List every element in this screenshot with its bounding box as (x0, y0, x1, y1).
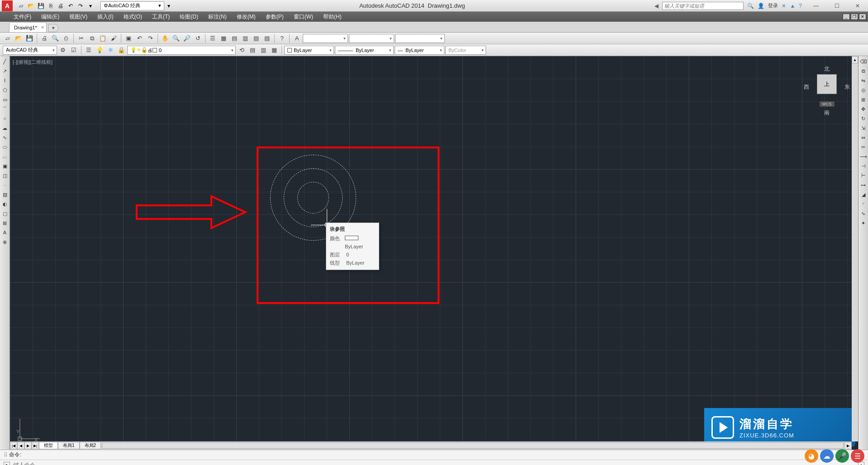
tab-prev-icon[interactable]: ◀ (17, 442, 24, 449)
menu-file[interactable]: 文件(F) (9, 12, 36, 22)
markup-icon[interactable]: ▧ (251, 33, 261, 43)
menu-edit[interactable]: 编辑(E) (37, 12, 64, 22)
viewcube-top[interactable]: 上 (817, 74, 837, 94)
cmdline-handle-icon[interactable]: ⠿ (4, 452, 9, 458)
save-file-icon[interactable]: 💾 (24, 33, 34, 43)
scroll-up-icon[interactable]: ▲ (852, 56, 858, 63)
zoom-realtime-icon[interactable]: 🔍 (171, 33, 181, 43)
search-input[interactable] (662, 2, 744, 10)
table-icon[interactable]: ⊞ (0, 218, 10, 228)
tab-first-icon[interactable]: |◀ (10, 442, 17, 449)
addselected-icon[interactable]: ⊕ (0, 237, 10, 247)
construction-line-icon[interactable]: ↗ (0, 66, 10, 76)
layer-iso-icon[interactable]: ▥ (258, 45, 268, 55)
layout2-tab[interactable]: 布局2 (80, 442, 101, 449)
undo-icon2[interactable]: ↶ (134, 33, 144, 43)
ellipse-arc-icon[interactable]: ⌓ (0, 152, 10, 161)
menu-insert[interactable]: 插入(I) (93, 12, 118, 22)
workspace-menu-icon[interactable]: ▾ (164, 1, 173, 10)
point-icon[interactable]: · (0, 180, 10, 190)
mtext-icon[interactable]: A (0, 228, 10, 237)
scale-icon[interactable]: ⇲ (859, 123, 868, 133)
copy-obj-icon[interactable]: ⧉ (859, 66, 868, 76)
sheet-set-icon[interactable]: ▥ (240, 33, 250, 43)
move-icon[interactable]: ✥ (859, 104, 868, 114)
polygon-icon[interactable]: ⬠ (0, 85, 10, 95)
match-props-icon[interactable]: 🖌 (109, 33, 119, 43)
menu-modify[interactable]: 修改(M) (232, 12, 260, 22)
user-icon[interactable]: 👤 (758, 3, 764, 9)
model-tab[interactable]: 模型 (39, 442, 58, 449)
insert-block-icon[interactable]: ▣ (0, 161, 10, 171)
new-file-icon[interactable]: ▱ (3, 33, 13, 43)
polyline-icon[interactable]: ⌇ (0, 76, 10, 85)
layer-lock-icon[interactable]: 🔒 (116, 45, 126, 55)
plot-icon[interactable]: 🖨 (56, 1, 65, 10)
zoom-previous-icon[interactable]: ↺ (193, 33, 203, 43)
saveas-icon[interactable]: ⎘ (46, 1, 55, 10)
minimize-button[interactable]: — (806, 0, 826, 12)
workspace-save-icon[interactable]: ☑ (69, 45, 79, 55)
tab-next-icon[interactable]: ▶ (24, 442, 32, 449)
cmdline-recent-icon[interactable]: ▸ (4, 462, 10, 465)
arrow-left-icon[interactable]: ◀ (654, 3, 658, 9)
document-tab[interactable]: Drawing1* ✕ (9, 22, 47, 32)
line-icon[interactable]: ╱ (0, 57, 10, 66)
workspace-settings-icon[interactable]: ⚙ (58, 45, 68, 55)
wcs-label[interactable]: WCS (820, 101, 835, 107)
fillet-icon[interactable]: ◜ (859, 199, 868, 209)
menu-window[interactable]: 窗口(W) (289, 12, 318, 22)
new-tab-button[interactable]: + (48, 24, 58, 32)
viewport-label[interactable]: [-][俯视][二维线框] (13, 59, 52, 66)
layer-match-icon[interactable]: ▦ (269, 45, 279, 55)
undo-icon[interactable]: ↶ (66, 1, 75, 10)
extend-icon[interactable]: ⟶ (859, 152, 868, 161)
linetype-dropdown[interactable]: ———ByLayer (335, 46, 394, 55)
layer-previous-icon[interactable]: ⟲ (237, 45, 247, 55)
properties-icon[interactable]: ☰ (208, 33, 218, 43)
help-icon2[interactable]: ? (277, 33, 287, 43)
mdi-restore[interactable]: ❐ (851, 14, 858, 20)
stretch-icon[interactable]: ⇔ (859, 133, 868, 142)
quickcalc-icon[interactable]: ▨ (262, 33, 272, 43)
layer-state-icon[interactable]: ▤ (248, 45, 258, 55)
workspace-switcher[interactable]: ⚙ AutoCAD 经典 ▾ (100, 1, 164, 10)
spline-icon[interactable]: ∿ (0, 133, 10, 142)
publish-icon[interactable]: ⎙ (61, 33, 71, 43)
drawing-canvas[interactable]: [-][俯视][二维线框] 块参照 颜色ByLayer 图层0 线型ByLaye… (10, 56, 858, 450)
scrollbar-v[interactable]: ▲ (852, 56, 858, 441)
tab-close-icon[interactable]: ✕ (41, 25, 44, 30)
region-icon[interactable]: ▢ (0, 209, 10, 218)
autodesk-icon[interactable]: ▲ (790, 3, 795, 9)
revcloud-icon[interactable]: ☁ (0, 123, 10, 133)
qat-more-icon[interactable]: ▾ (86, 1, 95, 10)
menu-view[interactable]: 视图(V) (65, 12, 92, 22)
copy-icon[interactable]: ⧉ (87, 33, 97, 43)
paste-icon[interactable]: 📋 (98, 33, 108, 43)
tab-last-icon[interactable]: ▶| (32, 442, 39, 449)
viewcube[interactable]: 北 西 上 东 南 WCS (802, 62, 852, 125)
mdi-minimize[interactable]: _ (843, 14, 850, 20)
dimstyle-dropdown[interactable] (349, 34, 394, 43)
layout1-tab[interactable]: 布局1 (58, 442, 80, 449)
plot-icon2[interactable]: 🖨 (39, 33, 49, 43)
new-icon[interactable]: ▱ (16, 1, 25, 10)
save-icon[interactable]: 💾 (36, 1, 45, 10)
layer-dropdown[interactable]: 💡☀🔓🖨 0 (127, 46, 236, 55)
array-icon[interactable]: ⊞ (859, 95, 868, 104)
menu-draw[interactable]: 绘图(D) (175, 12, 203, 22)
scrollbar-h[interactable] (102, 442, 844, 449)
make-block-icon[interactable]: ◫ (0, 171, 10, 180)
lineweight-dropdown[interactable]: —ByLayer (395, 46, 444, 55)
tray-app4-icon[interactable]: ☰ (851, 449, 864, 463)
signin-label[interactable]: 登录 (768, 2, 778, 9)
arc-icon[interactable]: ⌒ (0, 104, 10, 114)
tray-app1-icon[interactable]: ◕ (805, 449, 818, 463)
layer-freeze-icon[interactable]: ❄ (105, 45, 115, 55)
explode-icon[interactable]: ✦ (859, 218, 868, 228)
blend-icon[interactable]: ∿ (859, 209, 868, 218)
join-icon[interactable]: ⊶ (859, 180, 868, 190)
app-icon[interactable]: A (2, 0, 13, 11)
cut-icon[interactable]: ✂ (76, 33, 86, 43)
pan-icon[interactable]: ✋ (160, 33, 170, 43)
